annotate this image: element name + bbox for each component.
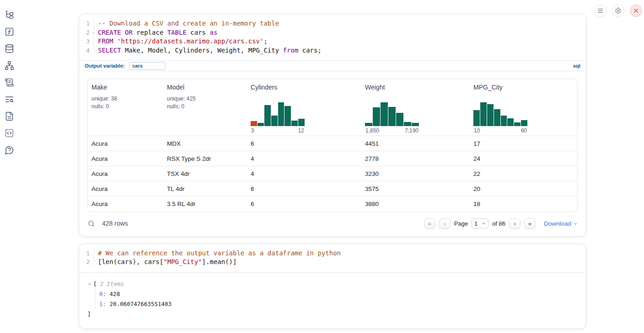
table-cell: Acura [88,166,163,181]
menu-button[interactable] [594,5,606,17]
column-label: Make [91,84,160,91]
results-table: Makeunique: 38nulls: 0Modelunique: 425nu… [87,79,578,212]
sidebar-panel-switcher [5,10,14,155]
table-cell: 6 [247,136,361,151]
column-header-mpg_city[interactable]: MPG_City1060 [470,79,577,136]
sql-cell: 1-- Download a CSV and create an in-memo… [79,14,586,237]
code-text: [len(cars), cars["MPG_City"].mean()] [94,258,236,267]
histogram-bar [271,116,278,126]
output-variable-input[interactable] [129,62,166,70]
histogram-bar [473,110,480,126]
row-count: 428 rows [102,220,128,227]
sidebar-item-help[interactable] [5,145,14,155]
histogram-min-label: 1,850 [365,127,379,134]
download-button[interactable]: Download [544,220,578,227]
table-cell: 24 [470,151,577,166]
code-text: -- Download a CSV and create an in-memor… [94,19,279,28]
line-number: 2 [79,258,94,267]
settings-button[interactable] [612,5,624,17]
column-stats: unique: 38nulls: 0 [91,95,160,111]
next-page-button[interactable]: › [509,218,521,229]
fold-chevron-icon[interactable] [91,31,95,35]
shutdown-button[interactable] [630,5,642,17]
chevron-down-icon [573,222,578,226]
histogram-max-label: 7,190 [405,127,419,134]
sql-cell-toolbar: Output variable: sql [79,60,586,71]
histogram-bar [258,123,264,126]
table-cell: 4 [247,166,361,181]
table-cell: Acura [88,151,163,166]
table-cell: 20 [470,181,577,196]
column-stats: unique: 425nulls: 0 [167,95,243,111]
table-row: Acura3.5 RL 4dr6388018 [88,196,577,211]
code-text: # We can reference the output variable a… [94,249,341,258]
sidebar-item-dependency-graph[interactable] [5,61,14,70]
text-search-icon [5,95,14,104]
code-line: 4SELECT Make, Model, Cylinders, Weight, … [79,46,586,55]
histogram-bar [487,104,494,126]
code-line: 1-- Download a CSV and create an in-memo… [79,19,586,28]
page-select[interactable]: 1 [472,218,488,228]
column-header-make[interactable]: Makeunique: 38nulls: 0 [88,79,163,136]
sql-code-editor[interactable]: 1-- Download a CSV and create an in-memo… [79,14,586,60]
table-cell: TL 4dr [163,181,247,196]
first-page-button[interactable]: « [424,218,435,229]
histogram-bar [480,102,487,126]
last-page-button[interactable]: » [524,218,536,229]
histogram-max-label: 12 [298,127,304,134]
list-item: 0: 428 [99,289,578,299]
line-number: 2 [79,28,94,37]
collapse-chevron-icon[interactable] [87,282,92,286]
line-number: 1 [79,249,94,258]
histogram-min-label: 3 [251,127,254,134]
table-footer: 428 rows « ‹ Page 1 of 86 › » Download [79,212,586,236]
help-bubble-icon [5,145,14,155]
sidebar-item-scratchpad[interactable] [5,78,14,87]
column-label: MPG_City [473,84,574,91]
code-text: FROM 'https://datasets.marimo.app/cars.c… [94,37,268,46]
search-icon[interactable] [87,220,95,227]
histogram-bar [501,116,507,126]
sidebar-item-file-explorer[interactable] [5,10,14,20]
code-text: SELECT Make, Model, Cylinders, Weight, M… [94,46,322,55]
table-row: AcuraMDX6445117 [88,136,577,151]
code-snippet-icon [5,128,14,138]
table-cell: 3230 [361,166,470,181]
sidebar-item-variables[interactable] [5,27,14,37]
table-cell: 3.5 RL 4dr [163,196,247,211]
table-cell: RSX Type S 2dr [163,151,247,166]
python-cell: 1# We can reference the output variable … [79,243,586,329]
line-number: 1 [79,19,94,28]
code-text: CREATE OR replace TABLE cars as [94,28,217,37]
code-line: 3FROM 'https://datasets.marimo.app/cars.… [79,37,586,46]
code-line: 1# We can reference the output variable … [79,249,586,258]
sidebar-item-snippets[interactable] [5,128,14,138]
histogram-max-label: 60 [521,127,527,134]
table-cell: 4451 [361,136,470,151]
table-row: AcuraTL 4dr6357520 [88,181,577,196]
table-cell: 6 [247,196,361,211]
column-label: Model [167,84,243,91]
column-header-cylinders[interactable]: Cylinders312 [247,79,361,136]
column-header-model[interactable]: Modelunique: 425nulls: 0 [163,79,247,136]
histogram-bar [521,120,527,126]
table-cell: Acura [88,181,163,196]
items-count: 2 Items [100,279,124,289]
table-cell: 18 [470,196,577,211]
chevron-down-icon [482,222,486,226]
column-header-weight[interactable]: Weight1,8507,190 [361,79,470,136]
python-code-editor[interactable]: 1# We can reference the output variable … [79,244,586,272]
sidebar-item-datasources[interactable] [5,44,14,53]
column-histogram: 1060 [473,102,527,136]
histogram-bars [365,102,419,126]
histogram-bar [514,122,521,126]
sidebar-item-logs[interactable] [5,95,14,104]
sidebar-item-documentation[interactable] [5,111,14,121]
previous-page-button[interactable]: ‹ [439,218,451,229]
histogram-bar [291,121,298,126]
histogram-bar [365,123,372,126]
menu-icon [597,7,604,14]
page-label: Page [454,220,468,227]
column-histogram: 1,8507,190 [365,102,419,136]
column-label: Weight [365,84,466,91]
